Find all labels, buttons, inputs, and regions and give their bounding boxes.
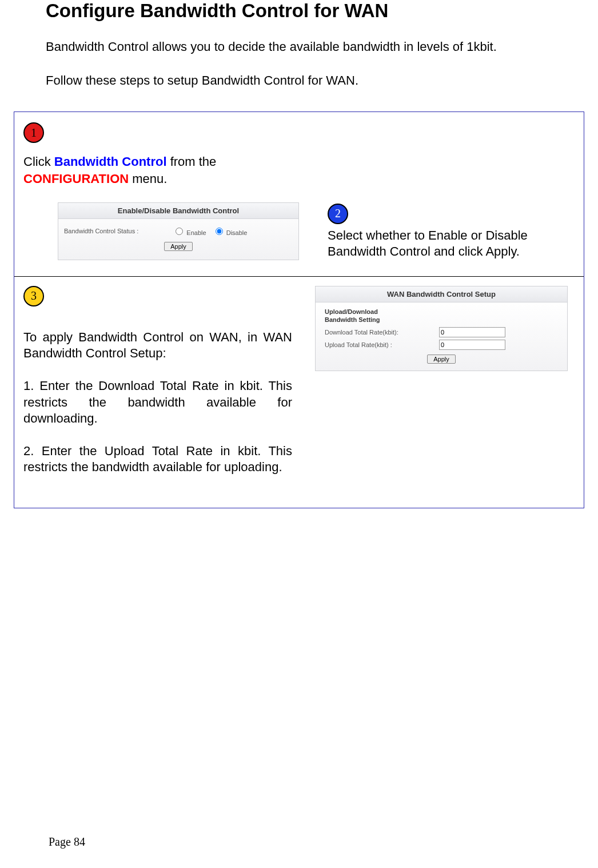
step-3-text: To apply Bandwidth Control on WAN, in WA…: [23, 329, 292, 476]
steps-row-2: 3 To apply Bandwidth Control on WAN, in …: [14, 277, 584, 508]
step-3-lead: To apply Bandwidth Control on WAN, in WA…: [23, 329, 292, 362]
upload-rate-input[interactable]: [439, 340, 505, 350]
bc-status-label: Bandwidth Control Status :: [64, 228, 138, 234]
step-1-pre: Click: [23, 154, 54, 169]
page-number: Page 84: [49, 835, 85, 849]
steps-frame: 1 Click Bandwidth Control from the CONFI…: [14, 112, 584, 508]
step-2-badge: 2: [328, 204, 348, 224]
step-3-badge: 3: [23, 286, 44, 306]
panel2-subheading: Upload/DownloadBandwidth Setting: [325, 308, 558, 324]
step-3-p1: 1. Enter the Download Total Rate in kbit…: [23, 378, 292, 427]
bandwidth-control-link: Bandwidth Control: [54, 154, 167, 169]
apply-button-enable-disable[interactable]: Apply: [164, 242, 193, 251]
upload-rate-label: Upload Total Rate(kbit) :: [325, 341, 439, 348]
disable-label: Disable: [226, 229, 248, 236]
step-1-badge: 1: [23, 122, 44, 143]
disable-radio[interactable]: [216, 228, 223, 235]
step-1-mid: from the: [167, 154, 217, 169]
bc-status-radio-group: Enable Disable: [173, 226, 252, 236]
step-2-text: Select whether to Enable or Disable Band…: [328, 228, 575, 260]
step-3-number: 3: [31, 289, 37, 302]
panel1-heading: Enable/Disable Bandwidth Control: [58, 203, 298, 219]
enable-label: Enable: [186, 229, 206, 236]
enable-disable-panel: Enable/Disable Bandwidth Control Bandwid…: [58, 202, 299, 260]
disable-option[interactable]: Disable: [213, 229, 248, 236]
apply-button-wan-setup[interactable]: Apply: [427, 355, 456, 364]
page-title: Configure Bandwidth Control for WAN: [46, 0, 587, 22]
steps-row-1: 1 Click Bandwidth Control from the CONFI…: [14, 112, 584, 277]
intro-paragraph-1: Bandwidth Control allows you to decide t…: [46, 39, 543, 55]
wan-setup-panel: WAN Bandwidth Control Setup Upload/Downl…: [315, 286, 568, 372]
configuration-link: CONFIGURATION: [23, 172, 129, 186]
step-1-post: menu.: [129, 172, 167, 186]
intro-paragraph-2: Follow these steps to setup Bandwidth Co…: [46, 73, 543, 89]
download-rate-input[interactable]: [439, 327, 505, 337]
step-3-p2: 2. Enter the Upload Total Rate in kbit. …: [23, 443, 292, 476]
step-2-number: 2: [335, 207, 341, 220]
enable-radio[interactable]: [176, 228, 183, 235]
panel2-heading: WAN Bandwidth Control Setup: [316, 286, 567, 302]
enable-option[interactable]: Enable: [173, 229, 208, 236]
step-1-number: 1: [31, 126, 37, 140]
step-1-text: Click Bandwidth Control from the CONFIGU…: [23, 153, 575, 187]
download-rate-label: Download Total Rate(kbit):: [325, 329, 439, 336]
